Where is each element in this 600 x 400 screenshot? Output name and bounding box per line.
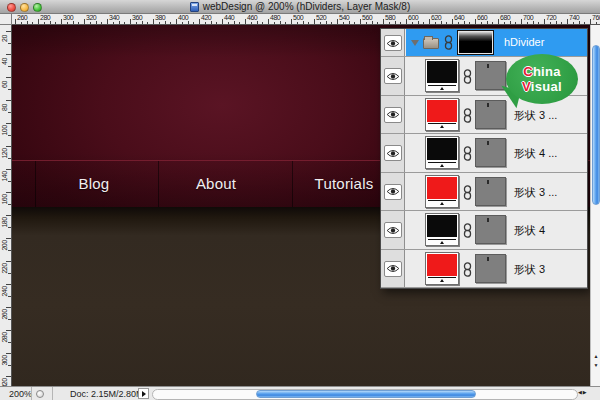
layer-mask-thumbnail[interactable] [475,177,506,206]
ruler-tick [8,135,11,136]
ruler-tick [314,19,315,24]
doc-size-info: Doc: 2.15M/2.80M [70,389,144,399]
layer-thumbnail[interactable] [425,59,459,92]
eye-icon [386,149,400,158]
layer-name[interactable]: 形状 4 ... [514,146,557,161]
ruler-tick [458,22,459,24]
ruler-tick [498,19,499,24]
visibility-toggle[interactable] [384,35,402,51]
eye-icon [386,187,400,196]
layer-group-name[interactable]: hDivider [504,36,544,48]
visibility-toggle[interactable] [384,107,402,123]
layer-row[interactable]: 形状 3 [381,250,587,289]
ruler-tick [544,19,545,24]
badge-line2: Visual [506,79,578,94]
group-mask-thumbnail[interactable] [458,31,493,54]
ruler-tick [412,22,413,24]
layer-thumbnail[interactable] [425,98,459,131]
visibility-toggle[interactable] [384,222,402,238]
layer-mask-thumbnail[interactable] [475,138,506,167]
ruler-tick [510,21,511,24]
ruler-tick [372,21,373,24]
ruler-tick [567,19,568,24]
zoom-level-field[interactable]: 200% [9,389,32,399]
layer-name[interactable]: 形状 3 ... [514,108,557,123]
ruler-tick [377,22,378,24]
ruler-tick [222,19,223,24]
layer-name[interactable]: 形状 3 [514,262,545,277]
layer-thumbnail[interactable] [425,252,459,285]
vertical-scrollbar[interactable]: ▲▼ [590,25,600,386]
link-icon [463,262,472,277]
layer-name[interactable]: 形状 3 ... [514,185,557,200]
ruler-tick [366,22,367,24]
ruler-tick [8,158,11,159]
layer-mask-thumbnail[interactable] [475,215,506,244]
ruler-tick [550,22,551,24]
ruler-tick [521,19,522,24]
title-bar[interactable]: webDesign @ 200% (hDividers, Layer Mask/… [0,0,600,14]
layer-group-row[interactable]: hDivider [381,29,587,57]
ruler-tick [188,21,189,24]
close-button[interactable] [7,3,16,12]
layer-row[interactable]: 形状 4 [381,211,587,250]
visibility-toggle[interactable] [384,145,402,161]
ruler-tick [533,21,534,24]
horizontal-scroll-arrows[interactable]: ◀▶ [578,389,588,395]
ruler-tick [8,227,11,228]
ruler-tick [343,22,344,24]
ruler-tick [400,22,401,24]
layer-mask-thumbnail[interactable] [475,254,506,283]
ruler-tick [234,21,235,24]
ruler-label: 80 [1,101,8,115]
zoom-button[interactable] [33,3,42,12]
ruler-label: 440 [224,14,234,21]
ruler-tick [504,22,505,24]
ruler-tick [285,22,286,24]
ruler-label: 480 [270,14,280,21]
layer-name[interactable]: 形状 4 [514,223,545,238]
ruler-tick [423,22,424,24]
ruler-tick [119,21,120,24]
window-title: webDesign @ 200% (hDividers, Layer Mask/… [203,1,410,12]
horizontal-scrollbar[interactable] [152,389,578,400]
nav-item-about: About [196,175,236,192]
ruler-label: 460 [247,14,257,21]
vertical-scroll-arrows[interactable]: ▲▼ [591,352,600,372]
vertical-scrollbar-thumb[interactable] [592,45,600,205]
ruler-tick [50,21,51,24]
link-icon [444,35,453,50]
status-menu-button[interactable] [138,388,149,399]
ruler-label: 220 [1,262,8,276]
ruler-tick [27,21,28,24]
ruler-tick [435,22,436,24]
ruler-tick [44,22,45,24]
ruler-label: 720 [546,14,556,21]
layer-thumbnail[interactable] [425,136,459,169]
ruler-tick [584,22,585,24]
ruler-tick [429,19,430,24]
ruler-label: 700 [523,14,533,21]
ruler-label: 280 [1,331,8,345]
ruler-tick [389,22,390,24]
layer-thumbnail[interactable] [425,175,459,208]
layer-row[interactable]: 形状 4 ... [381,134,587,173]
ruler-tick [475,19,476,24]
ruler-tick [268,19,269,24]
visibility-toggle[interactable] [384,68,402,84]
visibility-toggle[interactable] [384,261,402,277]
link-icon [463,69,472,84]
eye-icon [386,72,400,81]
ruler-tick [337,19,338,24]
horizontal-scrollbar-thumb[interactable] [256,390,476,398]
ruler-tick [136,22,137,24]
disclosure-triangle-icon[interactable] [411,40,419,46]
minimize-button[interactable] [20,3,29,12]
ruler-tick [8,112,11,113]
visibility-toggle[interactable] [384,184,402,200]
layer-thumbnail[interactable] [425,213,459,246]
ruler-tick [8,273,11,274]
ruler-tick [383,19,384,24]
layer-row[interactable]: 形状 3 ... [381,173,587,212]
ruler-tick [308,22,309,24]
